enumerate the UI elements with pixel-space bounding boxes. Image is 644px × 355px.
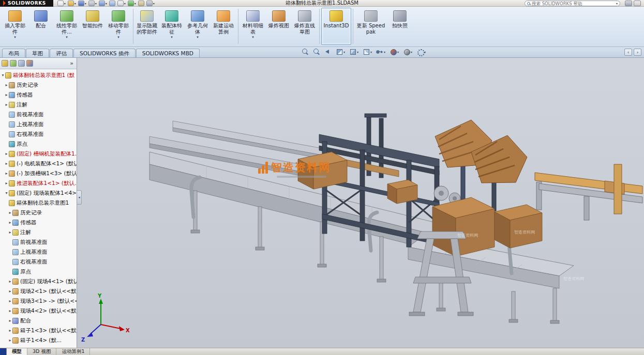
tree-item[interactable]: 右视基准面 xyxy=(0,257,77,267)
ribbon-button-smart-fasteners[interactable]: 智能扣件 xyxy=(80,8,106,45)
select-button[interactable]: ▾ xyxy=(117,1,126,6)
tree-item[interactable]: ▸注解 xyxy=(0,100,77,110)
tree-item[interactable]: ▸配合 xyxy=(0,316,77,326)
status-tab-2[interactable]: 运动算例1 xyxy=(56,348,90,355)
command-tab-1[interactable]: 草图 xyxy=(26,49,49,57)
expand-arrow-icon[interactable]: ▾ xyxy=(1,73,5,78)
expand-arrow-icon[interactable]: ▸ xyxy=(8,328,12,333)
tree-item[interactable]: ▾箱体翻转总装示意图1 (默 xyxy=(0,70,77,80)
tree-item[interactable]: ▸现场4<2> (默认<<默 xyxy=(0,306,77,316)
tree-item[interactable]: 前视基准面 xyxy=(0,237,77,247)
view-settings-button[interactable]: ▾ xyxy=(416,48,426,55)
ribbon-button-linear-component-pattern[interactable]: 线性零部件...▾ xyxy=(54,8,80,45)
apply-scene-button[interactable]: ▾ xyxy=(402,48,412,55)
tree-item[interactable]: ▸(固定) 现场4<1> (默认... xyxy=(0,276,77,286)
ribbon-button-new-motion-study[interactable]: 新建运动算例 xyxy=(211,8,236,45)
propertymanager-tab[interactable] xyxy=(10,60,17,67)
tree-item[interactable]: ▸推进装配体1<1> (默认... xyxy=(0,178,77,188)
expand-arrow-icon[interactable]: ▸ xyxy=(8,220,12,225)
zoom-fit-button[interactable] xyxy=(301,48,309,55)
ribbon-button-explode-line-sketch[interactable]: 爆炸直线草图 xyxy=(292,8,318,45)
save-button[interactable]: ▾ xyxy=(78,1,86,6)
file-properties-button[interactable] xyxy=(138,1,144,6)
tree-item[interactable]: 箱体翻转总装示意图1 xyxy=(0,198,77,208)
tree-item[interactable]: 上视基准面 xyxy=(0,247,77,257)
ribbon-button-move-component[interactable]: 移动零部件▾ xyxy=(106,8,131,45)
zoom-area-button[interactable] xyxy=(312,48,320,55)
command-tab-0[interactable]: 布局 xyxy=(2,49,25,57)
tree-item[interactable]: ▾(固定) 现场装配体1<4> (默 xyxy=(0,188,77,198)
status-tab-1[interactable]: 3D 视图 xyxy=(27,348,56,355)
ribbon-button-reference-geometry[interactable]: 参考几何体▾ xyxy=(185,8,211,45)
expand-arrow-icon[interactable]: ▸ xyxy=(8,299,12,303)
displaymanager-tab[interactable] xyxy=(26,60,33,67)
tree-item[interactable]: ▸历史记录 xyxy=(0,208,77,218)
options-button[interactable]: ▾ xyxy=(146,1,155,6)
expand-arrow-icon[interactable]: ▸ xyxy=(4,181,9,186)
search-caret-icon[interactable]: ▾ xyxy=(616,2,618,5)
command-tab-3[interactable]: SOLIDWORKS 插件 xyxy=(73,49,136,57)
tree-item[interactable]: ▸现场2<1> (默认<<默 xyxy=(0,286,77,296)
tree-item[interactable]: 原点 xyxy=(0,267,77,276)
previous-view-button[interactable] xyxy=(324,48,332,55)
tree-item[interactable]: ▸注解 xyxy=(0,227,77,237)
configurationmanager-tab[interactable] xyxy=(18,60,25,67)
edit-appearance-button[interactable]: ▾ xyxy=(389,48,399,55)
section-view-button[interactable]: ▾ xyxy=(335,48,345,55)
tree-item[interactable]: ▸历史记录 xyxy=(0,80,77,90)
display-style-button[interactable]: ▾ xyxy=(362,48,372,55)
tree-item[interactable]: ▸(固定) 槽钢机架装配体1... xyxy=(0,149,77,159)
expand-arrow-icon[interactable]: ▸ xyxy=(4,83,9,87)
tree-item[interactable]: ▸箱子1<4> (默... xyxy=(0,335,77,345)
help-search-box[interactable]: ▾ xyxy=(525,1,620,6)
tree-item[interactable]: ▸传感器 xyxy=(0,90,77,100)
expand-arrow-icon[interactable]: ▸ xyxy=(4,171,9,176)
expand-arrow-icon[interactable]: ▸ xyxy=(8,318,12,323)
view-orientation-button[interactable]: ▾ xyxy=(349,48,358,55)
expand-arrow-icon[interactable]: ▸ xyxy=(4,151,9,156)
tree-item[interactable]: ▸传感器 xyxy=(0,218,77,227)
rebuild-button[interactable]: ▾ xyxy=(128,1,136,6)
print-button[interactable]: ▾ xyxy=(88,1,97,6)
redo-button[interactable] xyxy=(109,1,115,6)
search-input[interactable] xyxy=(532,1,615,6)
tree-item[interactable]: ▸现场3<1> -> (默认<< xyxy=(0,296,77,306)
tree-item[interactable]: ▸(-) 加强槽钢1<3> (默认<<... xyxy=(0,168,77,178)
expand-arrow-icon[interactable]: ▸ xyxy=(4,92,9,97)
ribbon-button-show-hidden-components[interactable]: 显示隐藏的零部件 xyxy=(135,8,159,45)
commandmanager-next-button[interactable]: › xyxy=(634,49,641,56)
status-tab-0[interactable]: 模型 xyxy=(7,348,27,355)
featuremanager-flyout-arrow[interactable]: ◂ xyxy=(77,190,82,205)
ribbon-button-bill-of-materials[interactable]: 材料明细表▾ xyxy=(240,8,266,45)
tree-item[interactable]: ▸(-) 电机装配体<1> (默认<... xyxy=(0,159,77,168)
undo-button[interactable]: ▾ xyxy=(99,1,107,6)
ribbon-button-insert-component[interactable]: 插入零部件▾ xyxy=(2,8,28,45)
expand-arrow-icon[interactable]: ▸ xyxy=(8,230,12,235)
tree-item[interactable]: ▸箱子1<3> (默认<<默认 xyxy=(0,326,77,335)
panel-expand-toggle[interactable]: » xyxy=(68,60,75,67)
open-button[interactable]: ▾ xyxy=(68,1,76,6)
expand-arrow-icon[interactable]: ▾ xyxy=(4,191,9,195)
expand-arrow-icon[interactable]: ▸ xyxy=(8,210,12,215)
expand-arrow-icon[interactable]: ▸ xyxy=(4,161,9,166)
ribbon-button-assembly-features[interactable]: 装配体特征▾ xyxy=(159,8,185,45)
window-menu-icon[interactable] xyxy=(634,1,641,6)
expand-arrow-icon[interactable]: ▸ xyxy=(8,338,12,343)
ribbon-button-exploded-view[interactable]: 爆炸视图 xyxy=(266,8,292,45)
help-icon[interactable] xyxy=(625,1,632,6)
tree-item[interactable]: 右视基准面 xyxy=(0,129,77,139)
expand-arrow-icon[interactable]: ▸ xyxy=(4,102,9,107)
expand-arrow-icon[interactable]: ▸ xyxy=(8,308,12,313)
command-tab-2[interactable]: 评估 xyxy=(50,49,73,57)
expand-arrow-icon[interactable]: ▸ xyxy=(8,289,12,294)
ribbon-button-mate[interactable]: 配合 xyxy=(28,8,54,45)
ribbon-button-update-speedpak[interactable]: 更新 Speedpak xyxy=(355,8,387,45)
command-tab-4[interactable]: SOLIDWORKS MBD xyxy=(136,49,200,57)
tree-item[interactable]: 上视基准面 xyxy=(0,119,77,129)
new-button[interactable]: ▾ xyxy=(57,1,66,6)
tab-strip-corner[interactable] xyxy=(0,348,7,355)
featuremanager-tab[interactable] xyxy=(2,60,8,67)
tree-item[interactable]: 前视基准面 xyxy=(0,110,77,119)
ribbon-button-take-snapshot[interactable]: 拍快照 xyxy=(387,8,413,45)
ribbon-button-instant3d[interactable]: Instant3D xyxy=(321,8,351,45)
